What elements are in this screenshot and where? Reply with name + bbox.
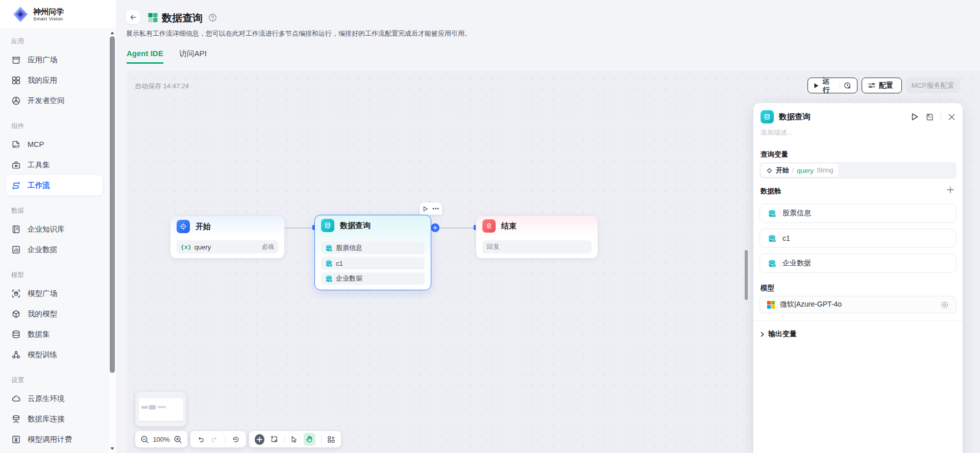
minimap[interactable] <box>135 392 186 426</box>
sidebar-item-my-model[interactable]: 我的模型 <box>6 304 103 324</box>
page-title: 数据查询 <box>162 11 203 25</box>
zoom-level: 100% <box>153 436 169 443</box>
db-connection-icon <box>11 414 21 424</box>
data-query-node-icon <box>761 110 774 123</box>
data-pod-card[interactable]: c1 <box>760 229 957 248</box>
node-query-header: 数据查询 <box>315 215 431 236</box>
chevron-right-icon <box>760 332 765 337</box>
sidebar-item-dataset[interactable]: 数据集 <box>6 324 103 344</box>
undo-icon[interactable] <box>197 435 204 444</box>
sidebar-item-model-training[interactable]: 模型训练 <box>6 344 103 365</box>
end-reply-row[interactable]: 回复 <box>482 240 592 254</box>
start-param-row[interactable]: {x} query 必填 <box>177 240 278 254</box>
auto-layout-icon[interactable] <box>327 435 335 444</box>
sidebar-scrollbar[interactable] <box>109 29 116 453</box>
variable-type-icon: {x} <box>181 244 191 250</box>
model-settings-gear-icon[interactable] <box>940 300 949 309</box>
sidebar-item-label: 我的应用 <box>28 76 57 85</box>
node-description-input[interactable] <box>761 129 949 136</box>
back-button[interactable] <box>126 10 140 24</box>
cloud-icon <box>11 394 21 404</box>
brand-tagline: Smart Vision <box>33 16 64 21</box>
data-pod-label: c1 <box>336 260 343 267</box>
reply-label: 回复 <box>486 242 500 251</box>
zoom-toolbar: 100% <box>135 431 187 447</box>
sidebar-item-label: MCP <box>28 140 44 148</box>
sidebar-item-dev-space[interactable]: 开发者空间 <box>6 90 103 111</box>
toolbox-icon <box>11 160 21 170</box>
add-node-button[interactable] <box>255 434 264 445</box>
data-pod-row[interactable]: c1 <box>321 257 425 269</box>
close-icon[interactable] <box>948 113 955 121</box>
billing-icon <box>11 435 21 444</box>
node-properties-panel: 数据查询 查询变量 开始 / query String 数据舱 股票信息 <box>753 103 963 453</box>
add-next-node-button[interactable] <box>431 223 439 232</box>
help-icon[interactable] <box>208 13 217 22</box>
select-cursor-icon[interactable] <box>290 435 298 443</box>
mcp-config-button[interactable]: MCP服务配置 <box>906 78 960 93</box>
run-button[interactable]: 运行 <box>807 78 857 93</box>
add-data-pod-button[interactable] <box>946 186 954 194</box>
node-start[interactable]: 开始 {x} query 必填 <box>170 216 285 259</box>
node-title: 结束 <box>501 221 517 231</box>
node-run-icon[interactable] <box>423 206 428 212</box>
sidebar-item-label: 数据集 <box>28 330 50 339</box>
canvas-scrollbar-thumb[interactable] <box>745 250 748 300</box>
sidebar-item-mcp[interactable]: MCP MCP <box>6 134 103 155</box>
version-history-icon[interactable] <box>232 435 239 444</box>
variable-chip[interactable]: 开始 / query String <box>761 164 839 177</box>
model-selector[interactable]: 微软|Azure-GPT-4o <box>760 296 957 313</box>
sidebar-item-label: 数据库连接 <box>28 414 65 424</box>
scroll-down-arrow[interactable] <box>110 447 114 450</box>
mcp-icon: MCP <box>11 140 21 149</box>
sidebar-item-label: 开发者空间 <box>28 96 65 106</box>
nav-section-label: 设置 <box>11 375 103 385</box>
redo-icon[interactable] <box>211 435 218 444</box>
sidebar-item-my-apps[interactable]: 我的应用 <box>6 70 103 90</box>
sidebar-item-toolset[interactable]: 工具集 <box>6 155 103 175</box>
sidebar-item-knowledge-base[interactable]: 企业知识库 <box>6 219 103 239</box>
sidebar-item-billing[interactable]: 模型调用计费 <box>6 429 103 449</box>
back-arrow-icon <box>129 13 137 21</box>
sidebar-item-cloud-native[interactable]: 云原生环境 <box>6 388 103 409</box>
brand-header: 神州问学 Smart Vision <box>0 0 116 29</box>
data-pod-row[interactable]: 股票信息 <box>321 242 425 254</box>
enterprise-data-icon <box>11 245 21 255</box>
history-toolbar <box>190 431 246 447</box>
scroll-up-arrow[interactable] <box>110 32 114 34</box>
dataset-icon <box>11 330 21 339</box>
data-pod-label: 股票信息 <box>336 243 362 253</box>
config-button[interactable]: 配置 <box>862 78 902 93</box>
sidebar-item-enterprise-data[interactable]: 企业数据 <box>6 239 103 260</box>
node-end[interactable]: 结束 回复 <box>476 215 598 259</box>
run-node-icon[interactable] <box>911 113 919 121</box>
sidebar-item-db-connection[interactable]: 数据库连接 <box>6 409 103 429</box>
add-note-icon[interactable] <box>270 435 279 444</box>
scrollbar-thumb[interactable] <box>110 36 115 373</box>
panel-divider <box>941 113 941 121</box>
run-label: 运行 <box>822 77 836 95</box>
more-options-icon[interactable] <box>432 208 439 210</box>
chip-variable-name: query <box>797 167 814 174</box>
run-history-clock-icon[interactable] <box>844 82 851 90</box>
node-data-query[interactable]: 数据查询 股票信息 c1 企业数据 <box>314 215 431 290</box>
hand-icon <box>305 435 313 443</box>
tab-api-access[interactable]: 访问API <box>179 49 207 64</box>
data-pod-card[interactable]: 企业数据 <box>760 254 957 273</box>
save-icon[interactable] <box>925 113 934 121</box>
zoom-out-icon[interactable] <box>140 435 149 444</box>
sidebar-item-label: 云原生环境 <box>28 394 65 404</box>
data-pod-row[interactable]: 企业数据 <box>321 272 425 285</box>
sidebar-item-workflow[interactable]: 工作流 <box>6 175 103 195</box>
sidebar-item-model-market[interactable]: 模型广场 <box>6 283 103 304</box>
data-pod-card[interactable]: 股票信息 <box>760 204 957 223</box>
pan-hand-tool[interactable] <box>304 433 316 446</box>
sidebar-item-label: 模型广场 <box>28 289 57 298</box>
tab-agent-ide[interactable]: Agent IDE <box>127 49 163 64</box>
sidebar-item-label: 企业数据 <box>28 245 57 255</box>
panel-section-divider <box>753 320 963 321</box>
my-model-icon <box>11 309 21 319</box>
sidebar-item-app-market[interactable]: 应用广场 <box>6 49 103 70</box>
output-variables-toggle[interactable]: 输出变量 <box>760 330 797 339</box>
zoom-in-icon[interactable] <box>174 435 182 444</box>
